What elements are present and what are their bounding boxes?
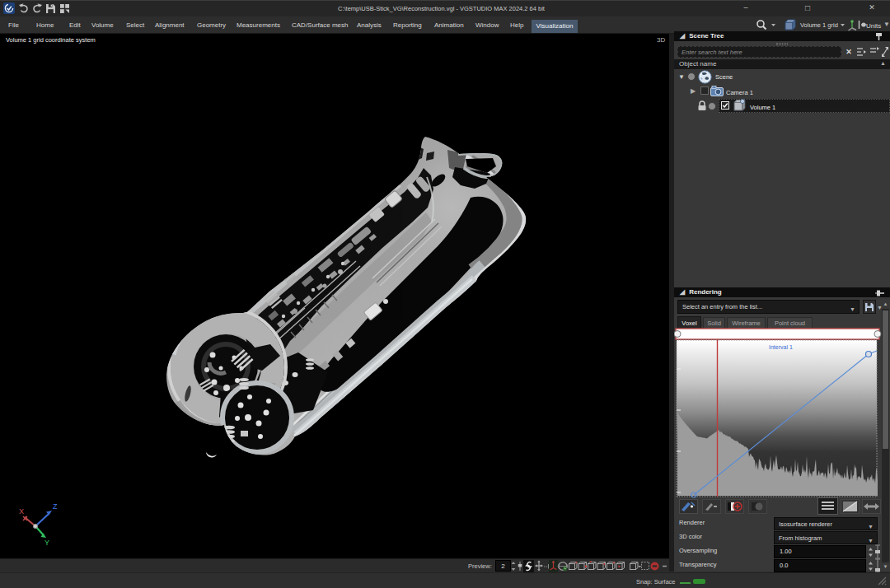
svg-text:X: X — [19, 507, 24, 516]
svg-text:Z: Z — [53, 502, 58, 511]
svg-text:Y: Y — [44, 539, 49, 547]
svg-text:Interval 1: Interval 1 — [769, 344, 793, 350]
svg-text:Volume 1 grid: Volume 1 grid — [800, 21, 838, 29]
